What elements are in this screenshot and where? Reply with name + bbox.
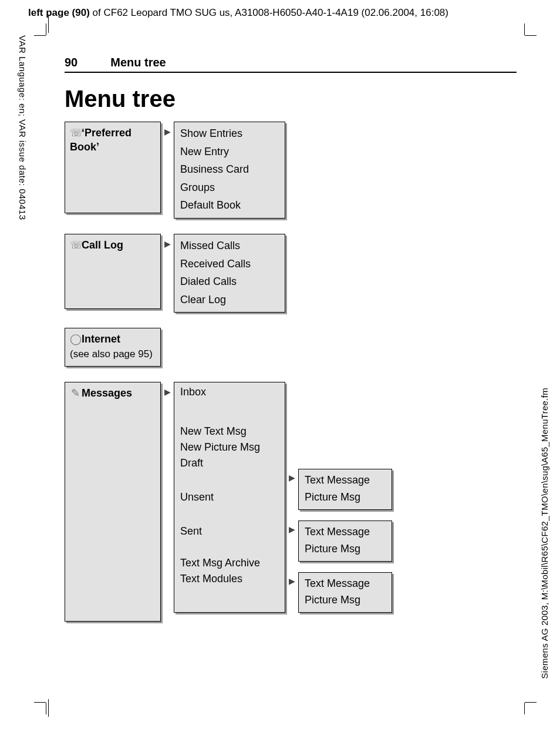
submenu-item: New Text Msg <box>180 425 279 438</box>
top-metadata: left page (90) of CF62 Leopard TMO SUG u… <box>28 7 448 19</box>
submenu-call-log: Missed Calls Received Calls Dialed Calls… <box>174 234 285 313</box>
arrow-right-icon <box>161 382 174 398</box>
section-title: Menu tree <box>110 56 166 69</box>
nested-item: Picture Msg <box>305 489 386 506</box>
menu-row-preferred-book: ☏‘Preferred Book’ Show Entries New Entry… <box>65 122 517 219</box>
arrow-right-icon <box>285 469 298 483</box>
call-log-icon: ☏ <box>70 238 80 252</box>
menu-label: Call Log <box>82 239 123 251</box>
nested-row-draft: Text Message Picture Msg <box>285 469 392 510</box>
nested-item: Text Message <box>305 472 386 489</box>
submenu-messages: Inbox New Text Msg New Picture Msg Draft… <box>174 382 285 613</box>
arrow-right-icon <box>161 122 174 137</box>
menu-tree: ☏‘Preferred Book’ Show Entries New Entry… <box>65 122 517 622</box>
nested-item: Picture Msg <box>305 540 386 558</box>
crop-mark <box>511 35 525 49</box>
register-tick <box>48 15 49 33</box>
submenu-item: Draft <box>180 457 279 491</box>
nested-submenu-draft: Text Message Picture Msg <box>298 469 392 510</box>
arrow-right-icon <box>285 572 298 587</box>
submenu-item: Business Card <box>180 160 279 179</box>
menu-group-messages: ✎Messages <box>65 382 161 622</box>
globe-icon: ◯ <box>70 332 80 346</box>
nested-submenu-unsent: Text Message Picture Msg <box>298 521 392 562</box>
nested-item: Text Message <box>305 523 386 540</box>
submenu-item: New Entry <box>180 143 279 161</box>
arrow-right-icon <box>285 521 298 535</box>
submenu-item: Missed Calls <box>180 237 279 255</box>
menu-group-internet: ◯Internet (see also page 95) <box>65 328 161 367</box>
register-tick <box>48 699 49 717</box>
page-number: 90 <box>65 56 77 69</box>
submenu-item: Groups <box>180 179 279 197</box>
menu-group-call-log: ☏Call Log <box>65 234 161 309</box>
submenu-messages-nested: Text Message Picture Msg Text Message Pi… <box>285 382 392 613</box>
menu-row-messages: ✎Messages Inbox New Text Msg New Picture… <box>65 382 517 622</box>
submenu-item: Unsent <box>180 491 279 525</box>
side-text-left: VAR Language: en; VAR issue date: 040413 <box>18 35 28 220</box>
menu-group-preferred-book: ☏‘Preferred Book’ <box>65 122 161 213</box>
nested-item: Text Message <box>305 575 386 592</box>
side-text-right: Siemens AG 2003, M:\Mobil\R65\CF62_TMO\e… <box>539 388 549 679</box>
page-title: Menu tree <box>65 86 517 112</box>
submenu-item: New Picture Msg <box>180 441 279 454</box>
submenu-item: Show Entries <box>180 125 279 143</box>
crop-mark <box>46 35 60 49</box>
submenu-preferred-book: Show Entries New Entry Business Card Gro… <box>174 122 285 219</box>
submenu-item: Default Book <box>180 196 279 214</box>
submenu-item: Received Calls <box>180 255 279 273</box>
crop-mark <box>511 689 525 703</box>
running-header: 90 Menu tree <box>65 56 517 73</box>
nested-item: Picture Msg <box>305 592 386 609</box>
submenu-item: Inbox <box>180 386 279 398</box>
top-meta-bold: left page (90) <box>28 7 90 18</box>
submenu-item: Dialed Calls <box>180 273 279 291</box>
submenu-item: Sent <box>180 525 279 553</box>
submenu-item: Clear Log <box>180 291 279 309</box>
nested-submenu-sent: Text Message Picture Msg <box>298 572 392 613</box>
menu-label: Internet <box>82 333 120 345</box>
menu-row-call-log: ☏Call Log Missed Calls Received Calls Di… <box>65 234 517 313</box>
menu-subtext: (see also page 95) <box>70 348 153 360</box>
top-meta-rest: of CF62 Leopard TMO SUG us, A31008-H6050… <box>90 7 448 18</box>
submenu-item: Text Modules <box>180 573 279 585</box>
submenu-item: Text Msg Archive <box>180 557 279 569</box>
menu-row-internet: ◯Internet (see also page 95) <box>65 328 517 367</box>
phonebook-icon: ☏ <box>70 126 80 140</box>
messages-icon: ✎ <box>70 386 80 400</box>
nested-row-unsent: Text Message Picture Msg <box>285 521 392 562</box>
nested-row-sent: Text Message Picture Msg <box>285 572 392 613</box>
menu-label: Messages <box>82 387 132 399</box>
arrow-right-icon <box>161 234 174 250</box>
page-content: 90 Menu tree Menu tree ☏‘Preferred Book’… <box>65 56 517 637</box>
